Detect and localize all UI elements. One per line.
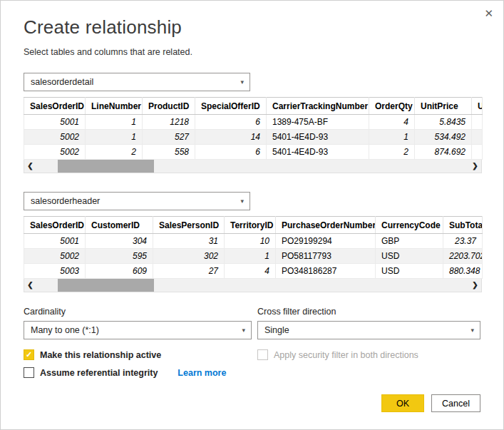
scroll-left-icon[interactable]: ❮ [24,279,36,292]
table-cell[interactable]: 5003 [24,264,86,279]
table-cell[interactable]: 1389-475A-BF [267,115,369,130]
dialog-footer: OK Cancel [381,394,480,412]
table-cell[interactable]: 23.37 [443,234,483,249]
column-header[interactable]: LineNumber [86,98,143,115]
column-header[interactable]: UnitPrice [415,98,472,115]
active-relationship-label: Make this relationship active [40,350,161,360]
column-header[interactable]: CarrierTrackingNumber [267,98,369,115]
table-cell[interactable]: 2 [369,145,415,160]
table-cell[interactable]: 6 [195,115,267,130]
table-cell[interactable]: 5002 [24,130,86,145]
table-cell[interactable]: 304 [86,234,153,249]
scrollbar-track[interactable] [36,279,469,292]
table-cell[interactable]: 27 [153,264,225,279]
table-cell[interactable]: 4 [225,264,276,279]
column-header[interactable]: SalesOrderID [24,217,86,234]
table-row: 5003 609 27 4 PO348186287 USD 880.348 [24,264,483,279]
table-row: 5001 304 31 10 PO29199294 GBP 23.37 [24,234,483,249]
active-relationship-checkbox[interactable]: ✓ Make this relationship active [24,349,252,360]
column-header[interactable]: OrderQty [369,98,415,115]
dialog-subtitle: Select tables and columns that are relat… [24,47,480,57]
chevron-down-icon: ▾ [242,327,245,334]
table-cell[interactable]: 880.348 [443,264,483,279]
table-cell[interactable]: 534.492 [415,130,472,145]
column-header[interactable]: SubTotal [443,217,483,234]
table-row: 5002 595 302 1 PO58117793 USD 2203.702 [24,249,483,264]
table-cell[interactable]: 527 [143,130,195,145]
close-icon[interactable]: ✕ [484,8,493,19]
header-row: SalesOrderID CustomerID SalesPersonID Te… [24,217,483,234]
column-header[interactable]: CurrencyCode [376,217,443,234]
table-cell[interactable] [472,145,483,160]
security-filter-checkbox: Apply security filter in both directions [257,349,480,360]
referential-integrity-label: Assume referential integrity [40,368,158,378]
cardinality-label: Cardinality [24,307,252,317]
cardinality-select[interactable]: Many to one (*:1) ▾ [24,321,252,339]
cross-filter-select[interactable]: Single ▾ [257,321,480,339]
learn-more-link[interactable]: Learn more [178,368,226,378]
table-cell[interactable]: 10 [225,234,276,249]
cross-filter-value: Single [264,325,289,335]
table-cell[interactable]: 5401-4E4D-93 [267,130,369,145]
upper-table-select[interactable]: salesorderdetail ▾ [24,73,250,91]
column-header[interactable]: SalesPersonID [153,217,225,234]
scrollbar-track[interactable] [36,160,469,173]
scrollbar-thumb[interactable] [58,279,154,292]
lower-table-preview: SalesOrderID CustomerID SalesPersonID Te… [24,216,482,292]
table-cell[interactable] [472,115,483,130]
column-header[interactable]: ProductID [143,98,195,115]
column-header[interactable]: SalesOrderID [24,98,86,115]
lower-table-scrollbar[interactable]: ❮ ❯ [24,279,482,292]
table-cell[interactable]: 6 [195,145,267,160]
upper-table-scrollbar[interactable]: ❮ ❯ [24,160,482,173]
table-cell[interactable]: USD [376,264,443,279]
table-cell[interactable]: PO29199294 [276,234,376,249]
table-cell[interactable]: 14 [195,130,267,145]
table-cell[interactable]: 1 [86,130,143,145]
scroll-right-icon[interactable]: ❯ [469,160,481,173]
table-cell[interactable]: 5002 [24,145,86,160]
table-cell[interactable]: USD [376,249,443,264]
table-cell[interactable]: 558 [143,145,195,160]
table-cell[interactable]: PO58117793 [276,249,376,264]
table-cell[interactable]: 609 [86,264,153,279]
cancel-button[interactable]: Cancel [431,394,480,412]
table-cell[interactable]: 2203.702 [443,249,483,264]
table-cell[interactable] [472,130,483,145]
scrollbar-thumb[interactable] [58,160,154,173]
table-cell[interactable]: PO348186287 [276,264,376,279]
table-cell[interactable]: 1 [225,249,276,264]
column-header[interactable]: U [472,98,483,115]
checkbox-unchecked-icon [24,367,34,378]
table-cell[interactable]: 5001 [24,115,86,130]
table-cell[interactable]: 1218 [143,115,195,130]
checkbox-checked-icon: ✓ [24,349,34,360]
table-cell[interactable]: 5401-4E4D-93 [267,145,369,160]
table-cell[interactable]: 5001 [24,234,86,249]
ok-button[interactable]: OK [381,394,424,412]
table-cell[interactable]: 1 [369,130,415,145]
column-header[interactable]: SpecialOfferID [195,98,267,115]
referential-integrity-checkbox[interactable]: Assume referential integrity [24,367,158,378]
scroll-left-icon[interactable]: ❮ [24,160,36,173]
table-cell[interactable]: 874.692 [415,145,472,160]
table-cell[interactable]: 2 [86,145,143,160]
table-cell[interactable]: GBP [376,234,443,249]
security-filter-label: Apply security filter in both directions [274,350,418,360]
table-cell[interactable]: 302 [153,249,225,264]
column-header[interactable]: PurchaseOrderNumber [276,217,376,234]
table-cell[interactable]: 31 [153,234,225,249]
column-header[interactable]: CustomerID [86,217,153,234]
table-row: 5002 1 527 14 5401-4E4D-93 1 534.492 [24,130,483,145]
table-cell[interactable]: 595 [86,249,153,264]
column-header[interactable]: TerritoryID [225,217,276,234]
lower-table-select-value: salesorderheader [31,196,100,206]
table-cell[interactable]: 5002 [24,249,86,264]
lower-table-select[interactable]: salesorderheader ▾ [24,192,250,210]
upper-table-preview: SalesOrderID LineNumber ProductID Specia… [24,97,482,173]
scroll-right-icon[interactable]: ❯ [469,279,481,292]
table-cell[interactable]: 4 [369,115,415,130]
table-cell[interactable]: 5.8435 [415,115,472,130]
checkbox-unchecked-icon [257,349,268,360]
table-cell[interactable]: 1 [86,115,143,130]
